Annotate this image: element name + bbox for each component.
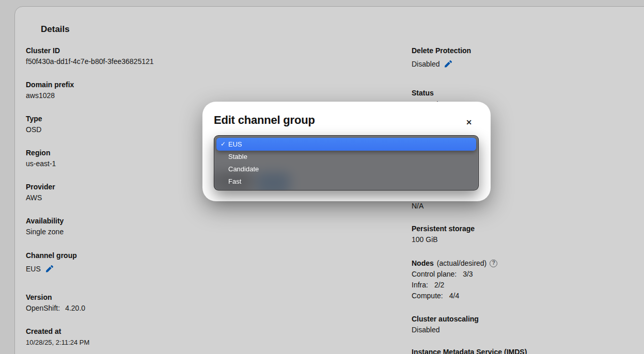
option-label: Candidate <box>228 165 259 173</box>
close-icon[interactable]: ✕ <box>463 116 475 128</box>
checkmark-icon: ✓ <box>221 138 226 151</box>
dropdown-option-candidate[interactable]: Candidate <box>214 163 478 175</box>
channel-group-dropdown: ✓ EUS Stable Candidate Fast <box>214 135 479 190</box>
option-label: Stable <box>228 153 247 160</box>
modal-title: Edit channel group <box>214 114 315 127</box>
dropdown-option-eus[interactable]: ✓ EUS <box>216 138 476 151</box>
option-label: Fast <box>228 178 241 185</box>
dropdown-option-stable[interactable]: Stable <box>214 151 478 163</box>
option-label: EUS <box>228 140 242 148</box>
dropdown-option-fast[interactable]: Fast <box>214 175 478 188</box>
